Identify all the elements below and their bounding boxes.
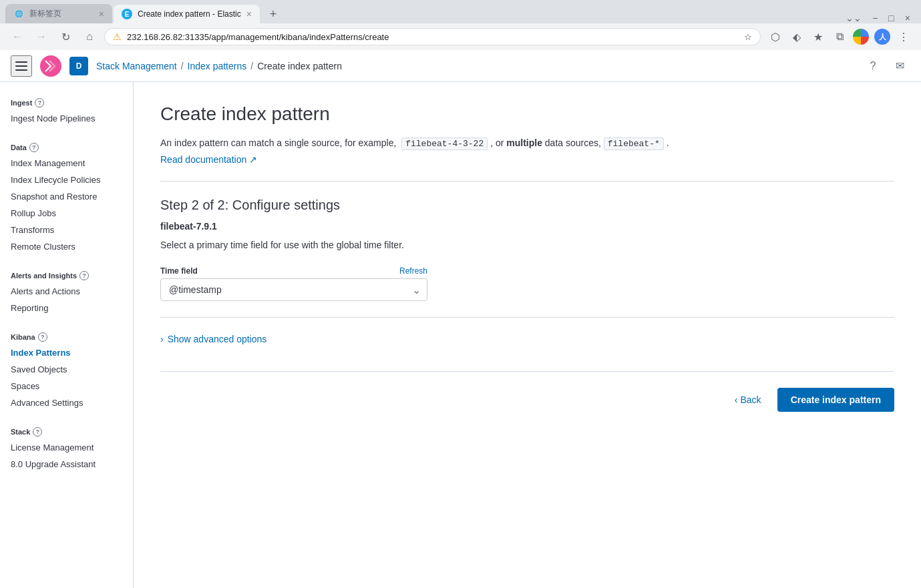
sidebar-item-ingest-node-pipelines[interactable]: Ingest Node Pipelines <box>0 110 133 127</box>
kibana-help-icon[interactable]: ? <box>38 332 47 342</box>
sidebar-item-index-management[interactable]: Index Management <box>0 155 133 172</box>
forward-nav-button[interactable]: → <box>32 27 51 46</box>
sidebar-section-kibana: Kibana ? <box>0 327 133 344</box>
chevron-right-icon: › <box>160 334 164 344</box>
desc-text-2: , or <box>490 137 506 148</box>
browser-tab-inactive[interactable]: 🌐 新标签页 × <box>5 4 112 23</box>
stack-help-icon[interactable]: ? <box>33 427 42 436</box>
breadcrumb: Stack Management / Index patterns / Crea… <box>96 61 854 71</box>
new-tab-button[interactable]: + <box>264 5 283 23</box>
browser-toolbar: ← → ↻ ⌂ ⚠ 232.168.26.82:31335/app/manage… <box>0 23 921 50</box>
sidebar-item-transforms[interactable]: Transforms <box>0 222 133 238</box>
header-actions: ? ✉ <box>862 55 910 77</box>
chrome-icon[interactable] <box>852 27 870 46</box>
example-code-2: filebeat-* <box>604 137 664 150</box>
back-chevron-icon: ‹ <box>735 394 738 405</box>
tab-close-inactive[interactable]: × <box>99 9 104 19</box>
advanced-options-label: Show advanced options <box>168 334 267 344</box>
advanced-options-toggle[interactable]: › Show advanced options <box>160 334 266 344</box>
breadcrumb-index-patterns[interactable]: Index patterns <box>188 61 247 71</box>
close-button[interactable]: × <box>905 13 910 23</box>
toolbar-icons: ⬡ ⬖ ★ ⧉ 人 ⋮ <box>766 27 913 46</box>
step-description: Select a primary time field for use with… <box>160 240 894 250</box>
time-field-form-group: Time field Refresh @timestamp No time fi… <box>160 266 427 301</box>
minimize-button[interactable]: − <box>872 13 878 23</box>
cast-icon[interactable]: ⬡ <box>766 27 785 46</box>
svg-rect-1 <box>15 65 27 67</box>
extensions-icon[interactable]: ⧉ <box>830 27 849 46</box>
sidebar-item-upgrade-assistant[interactable]: 8.0 Upgrade Assistant <box>0 456 133 473</box>
sidebar: Ingest ? Ingest Node Pipelines Data ? In… <box>0 82 134 588</box>
profile-avatar[interactable]: 人 <box>873 27 892 46</box>
section-divider <box>160 181 894 182</box>
data-help-icon[interactable]: ? <box>29 143 39 152</box>
time-field-select-wrapper: @timestamp No time field ⌄ <box>160 278 427 301</box>
sidebar-item-snapshot-restore[interactable]: Snapshot and Restore <box>0 188 133 205</box>
bookmark-icon-btn[interactable]: ⬖ <box>787 27 806 46</box>
page-title: Create index pattern <box>160 103 894 125</box>
advanced-divider <box>160 317 894 318</box>
desc-bold: multiple <box>506 137 542 148</box>
notifications-icon-button[interactable]: ✉ <box>889 55 910 77</box>
breadcrumb-current: Create index pattern <box>257 61 342 71</box>
address-bar[interactable]: ⚠ 232.168.26.82:31335/app/management/kib… <box>104 28 761 45</box>
alerts-help-icon[interactable]: ? <box>79 271 89 280</box>
description: An index pattern can match a single sour… <box>160 135 894 152</box>
tab-favicon-inactive: 🌐 <box>13 9 24 19</box>
time-field-label: Time field <box>160 266 198 276</box>
ingest-help-icon[interactable]: ? <box>35 98 44 107</box>
sidebar-section-alerts: Alerts and Insights ? <box>0 266 133 283</box>
sidebar-item-index-lifecycle-policies[interactable]: Index Lifecycle Policies <box>0 172 133 188</box>
svg-rect-0 <box>15 61 27 63</box>
sidebar-item-reporting[interactable]: Reporting <box>0 300 133 316</box>
sidebar-item-rollup-jobs[interactable]: Rollup Jobs <box>0 205 133 222</box>
example-code-1: filebeat-4-3-22 <box>401 137 488 150</box>
bookmark-icon[interactable]: ☆ <box>744 32 752 42</box>
back-button[interactable]: ‹ Back <box>727 389 769 410</box>
create-index-pattern-button[interactable]: Create index pattern <box>777 388 894 412</box>
user-avatar: D <box>69 57 88 75</box>
breadcrumb-stack-management[interactable]: Stack Management <box>96 61 177 71</box>
external-link-icon: ↗ <box>249 154 257 165</box>
main-content: Create index pattern An index pattern ca… <box>134 82 921 588</box>
action-buttons: ‹ Back Create index pattern <box>160 371 894 412</box>
reload-button[interactable]: ↻ <box>56 27 75 46</box>
breadcrumb-sep-2: / <box>250 61 253 71</box>
sidebar-item-saved-objects[interactable]: Saved Objects <box>0 361 133 378</box>
menu-icon[interactable]: ⋮ <box>894 27 913 46</box>
svg-rect-2 <box>15 69 27 71</box>
back-nav-button[interactable]: ← <box>8 27 27 46</box>
time-field-select[interactable]: @timestamp No time field <box>160 278 427 301</box>
pattern-name: filebeat-7.9.1 <box>160 221 894 232</box>
window-controls: ⌄⌄ − □ × <box>846 13 916 23</box>
star-icon[interactable]: ★ <box>809 27 827 46</box>
hamburger-menu-button[interactable] <box>11 55 32 77</box>
desc-text-3: data sources, <box>545 137 604 148</box>
sidebar-item-index-patterns[interactable]: Index Patterns <box>0 344 133 361</box>
sidebar-section-ingest: Ingest ? <box>0 93 133 110</box>
desc-period: . <box>667 137 669 148</box>
advanced-options-section: › Show advanced options <box>160 334 894 344</box>
tab-close-active[interactable]: × <box>246 9 252 19</box>
desc-text-1: An index pattern can match a single sour… <box>160 137 396 148</box>
read-documentation-link[interactable]: Read documentation ↗ <box>160 154 257 165</box>
maximize-button[interactable]: □ <box>888 13 894 23</box>
window-controls-extra: ⌄⌄ <box>846 13 862 23</box>
breadcrumb-sep-1: / <box>181 61 184 71</box>
tab-title-active: Create index pattern - Elastic <box>138 9 241 19</box>
sidebar-item-advanced-settings[interactable]: Advanced Settings <box>0 394 133 411</box>
security-icon: ⚠ <box>113 31 122 42</box>
tab-title-inactive: 新标签页 <box>29 8 94 19</box>
browser-tab-active[interactable]: E Create index pattern - Elastic × <box>114 5 260 23</box>
kibana-logo <box>40 55 61 77</box>
home-button[interactable]: ⌂ <box>80 27 99 46</box>
sidebar-item-alerts-actions[interactable]: Alerts and Actions <box>0 283 133 300</box>
sidebar-item-license-management[interactable]: License Management <box>0 439 133 456</box>
help-icon-button[interactable]: ? <box>862 55 884 77</box>
tab-favicon-active: E <box>122 9 132 19</box>
step-title: Step 2 of 2: Configure settings <box>160 198 894 213</box>
sidebar-item-remote-clusters[interactable]: Remote Clusters <box>0 238 133 255</box>
sidebar-item-spaces[interactable]: Spaces <box>0 378 133 394</box>
time-field-label-row: Time field Refresh <box>160 266 427 276</box>
refresh-link[interactable]: Refresh <box>399 266 427 276</box>
